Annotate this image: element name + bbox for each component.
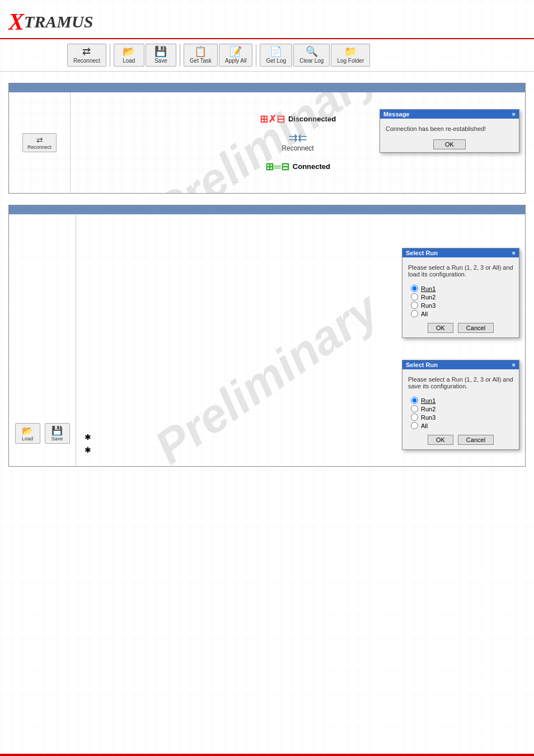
reconnect-section-header bbox=[9, 83, 525, 92]
disconnected-icon: ⊞✗⊟ bbox=[260, 113, 285, 125]
reconnect-section-body: Preliminary ⇄ Reconnect ⊞✗⊟ Disconnected bbox=[9, 92, 525, 193]
select-run-load-close[interactable]: × bbox=[512, 250, 516, 256]
asterisk-2: ✱ bbox=[85, 444, 91, 456]
load-save-sidebar: 📂 Load 💾 Save bbox=[9, 214, 76, 466]
select-run-load-ok[interactable]: OK bbox=[428, 323, 453, 333]
reconnect-section-panel: Preliminary ⇄ Reconnect ⊞✗⊟ Disconnected bbox=[8, 83, 526, 194]
footer-line bbox=[0, 754, 534, 756]
reconnect-button[interactable]: ⇄ Reconnect bbox=[67, 44, 106, 67]
select-run-save-ok[interactable]: OK bbox=[428, 435, 453, 445]
get-log-label: Get Log bbox=[266, 58, 286, 64]
apply-all-icon: 📝 bbox=[229, 46, 242, 57]
reconnect-sidebar-label: Reconnect bbox=[27, 144, 51, 150]
select-run-save-run3[interactable]: Run3 bbox=[411, 414, 510, 421]
load-save-section-body: Preliminary 📂 Load 💾 Save bbox=[9, 214, 525, 466]
select-run-load-options: Run1 Run2 Run3 All bbox=[402, 282, 519, 320]
asterisk-1: ✱ bbox=[85, 431, 91, 443]
select-run-save-titlebar: Select Run × bbox=[402, 360, 519, 369]
message-dialog-body: Connection has been re-established! bbox=[380, 119, 519, 137]
load-sidebar-button[interactable]: 📂 Load bbox=[15, 423, 40, 444]
apply-all-label: Apply All bbox=[225, 58, 246, 64]
clear-log-button[interactable]: 🔍 Clear Log bbox=[293, 44, 330, 67]
select-run-save-dialog: Select Run × Please select a Run (1, 2, … bbox=[402, 360, 519, 450]
message-dialog-btn-row: OK bbox=[380, 137, 519, 152]
select-run-load-all[interactable]: All bbox=[411, 310, 510, 317]
load-label: Load bbox=[123, 58, 135, 64]
logo-tramus: TRAMUS bbox=[24, 13, 93, 30]
connected-text: Connected bbox=[293, 162, 330, 171]
save-button[interactable]: 💾 Save bbox=[146, 44, 176, 67]
reconnect-center-icon: ⇉⇇ bbox=[288, 131, 307, 144]
toolbar: ⇄ Reconnect 📂 Load 💾 Save 📋 Get Task 📝 A… bbox=[0, 39, 534, 72]
reconnect-sidebar-icon: ⇄ bbox=[36, 135, 43, 144]
select-run-load-cancel[interactable]: Cancel bbox=[458, 323, 494, 333]
load-sidebar-icon: 📂 bbox=[22, 425, 33, 436]
get-log-button[interactable]: 📄 Get Log bbox=[260, 44, 292, 67]
select-run-save-close[interactable]: × bbox=[512, 361, 516, 368]
load-sidebar-label: Load bbox=[22, 436, 33, 442]
asterisk-notes: ✱ ✱ bbox=[76, 426, 100, 461]
main-content: Preliminary ⇄ Reconnect ⊞✗⊟ Disconnected bbox=[0, 72, 534, 489]
select-run-save-cancel[interactable]: Cancel bbox=[458, 435, 494, 445]
get-task-label: Get Task bbox=[190, 58, 212, 64]
separator-2 bbox=[180, 44, 180, 67]
select-run-save-body: Please select a Run (1, 2, 3 or All) and… bbox=[402, 369, 519, 394]
log-folder-button[interactable]: 📁 Log Folder bbox=[331, 44, 370, 67]
log-folder-icon: 📁 bbox=[344, 46, 357, 57]
connected-status: ⊞═⊟ Connected bbox=[265, 161, 330, 173]
message-dialog: Message × Connection has been re-establi… bbox=[380, 109, 519, 153]
reconnect-sidebar-button[interactable]: ⇄ Reconnect bbox=[22, 133, 57, 152]
load-save-main: Select Run × Please select a Run (1, 2, … bbox=[76, 214, 525, 466]
select-run-save-actions: OK Cancel bbox=[402, 432, 519, 449]
message-dialog-titlebar: Message × bbox=[380, 110, 519, 119]
select-run-save-desc: Please select a Run (1, 2, 3 or All) and… bbox=[408, 376, 513, 389]
message-dialog-close[interactable]: × bbox=[512, 111, 516, 118]
save-sidebar-button[interactable]: 💾 Save bbox=[45, 423, 70, 444]
select-run-save-run2[interactable]: Run2 bbox=[411, 405, 510, 412]
select-run-save-title: Select Run bbox=[406, 361, 438, 368]
reconnect-sidebar: ⇄ Reconnect bbox=[9, 92, 71, 193]
message-dialog-ok[interactable]: OK bbox=[433, 139, 466, 149]
select-run-load-actions: OK Cancel bbox=[402, 320, 519, 337]
message-dialog-text: Connection has been re-established! bbox=[386, 125, 486, 132]
select-run-load-run2[interactable]: Run2 bbox=[411, 293, 510, 300]
logo-x: X bbox=[8, 10, 24, 34]
apply-all-button[interactable]: 📝 Apply All bbox=[219, 44, 252, 67]
reconnect-icon: ⇄ bbox=[82, 46, 91, 57]
separator-3 bbox=[256, 44, 256, 67]
header: X TRAMUS bbox=[0, 0, 534, 39]
get-task-button[interactable]: 📋 Get Task bbox=[184, 44, 218, 67]
reconnect-center-label: Reconnect bbox=[282, 144, 313, 152]
reconnect-center[interactable]: ⇉⇇ Reconnect bbox=[282, 131, 313, 152]
select-run-load-dialog: Select Run × Please select a Run (1, 2, … bbox=[402, 248, 519, 338]
clear-log-label: Clear Log bbox=[299, 58, 324, 64]
connected-icon: ⊞═⊟ bbox=[265, 161, 289, 173]
disconnected-text: Disconnected bbox=[288, 115, 336, 123]
save-icon: 💾 bbox=[154, 46, 167, 57]
reconnect-main: ⊞✗⊟ Disconnected ⇉⇇ Reconnect ⊞═⊟ Connec… bbox=[71, 92, 525, 193]
load-icon: 📂 bbox=[123, 46, 135, 57]
save-sidebar-label: Save bbox=[51, 436, 63, 442]
save-sidebar-icon: 💾 bbox=[51, 425, 63, 436]
message-dialog-title: Message bbox=[383, 111, 409, 118]
get-task-icon: 📋 bbox=[194, 46, 207, 57]
select-run-load-run3[interactable]: Run3 bbox=[411, 302, 510, 309]
load-save-buttons: 📂 Load 💾 Save bbox=[15, 423, 70, 444]
load-save-section-header bbox=[9, 205, 525, 214]
select-run-save-all[interactable]: All bbox=[411, 422, 510, 429]
select-run-load-run1[interactable]: Run1 bbox=[411, 285, 510, 292]
disconnected-status: ⊞✗⊟ Disconnected bbox=[260, 113, 336, 125]
select-run-load-title: Select Run bbox=[406, 250, 438, 256]
reconnect-label: Reconnect bbox=[73, 58, 100, 64]
select-run-load-desc: Please select a Run (1, 2, 3 or All) and… bbox=[408, 264, 513, 278]
select-run-load-body: Please select a Run (1, 2, 3 or All) and… bbox=[402, 257, 519, 282]
get-log-icon: 📄 bbox=[270, 46, 282, 57]
select-run-load-titlebar: Select Run × bbox=[402, 248, 519, 257]
select-run-save-run1[interactable]: Run1 bbox=[411, 397, 510, 404]
save-label: Save bbox=[154, 58, 167, 64]
clear-log-icon: 🔍 bbox=[306, 46, 318, 57]
log-folder-label: Log Folder bbox=[337, 58, 364, 64]
select-run-save-options: Run1 Run2 Run3 All bbox=[402, 394, 519, 432]
separator-1 bbox=[110, 44, 110, 67]
load-button[interactable]: 📂 Load bbox=[114, 44, 144, 67]
